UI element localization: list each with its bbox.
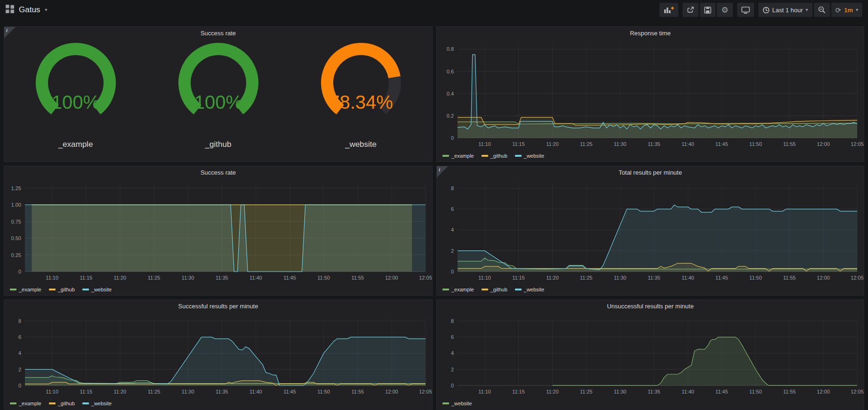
legend-item-_github[interactable]: _github — [482, 153, 507, 159]
y-tick-label: 8 — [451, 185, 454, 191]
legend-item-_website[interactable]: _website — [515, 153, 544, 159]
gauge-label: _website — [289, 140, 432, 149]
legend-swatch-icon — [82, 402, 89, 404]
tv-mode-button[interactable] — [737, 3, 754, 17]
info-icon[interactable]: i — [437, 166, 448, 177]
panel-title[interactable]: Successful results per minute — [4, 300, 432, 313]
x-tick-label: 11:55 — [783, 389, 796, 394]
legend-swatch-icon — [515, 155, 522, 157]
y-tick-label: 0 — [451, 383, 454, 388]
zoom-out-button[interactable] — [814, 3, 830, 17]
panel-title[interactable]: Success rate — [4, 27, 432, 40]
x-tick-label: 11:55 — [783, 275, 796, 281]
gauge-row: 100% _example 100% _github 78.34% _websi… — [4, 27, 432, 149]
x-tick-label: 11:10 — [46, 275, 58, 281]
x-tick-label: 11:20 — [114, 389, 127, 394]
legend-label: _github — [58, 287, 75, 292]
y-tick-label: 6 — [451, 334, 454, 340]
legend-item-_website[interactable]: _website — [82, 401, 112, 406]
legend-swatch-icon — [482, 155, 488, 157]
legend-item-_example[interactable]: _example — [442, 287, 474, 292]
x-tick-label: 11:15 — [80, 389, 92, 394]
x-tick-label: 11:45 — [715, 389, 728, 394]
refresh-interval-label: 1m — [844, 7, 853, 14]
legend-swatch-icon — [515, 289, 522, 290]
gear-icon: ⚙ — [721, 6, 728, 14]
chart-svg[interactable]: 0246811:1011:1511:2011:2511:3011:3511:40… — [4, 300, 432, 409]
legend-swatch-icon — [10, 402, 16, 404]
chart-svg[interactable]: 0246811:1011:1511:2011:2511:3011:3511:40… — [437, 166, 864, 295]
add-panel-icon — [664, 6, 674, 14]
x-tick-label: 12:00 — [385, 275, 398, 281]
x-tick-label: 11:30 — [614, 389, 627, 394]
panel-success-rate-timeseries: Success rate 00.250.500.751.001.2511:101… — [4, 166, 433, 296]
legend-item-_example[interactable]: _example — [10, 401, 41, 406]
legend-label: _example — [451, 287, 474, 292]
chart-success-rate[interactable]: 00.250.500.751.001.2511:1011:1511:2011:2… — [4, 166, 432, 295]
chart-successful-results[interactable]: 0246811:1011:1511:2011:2511:3011:3511:40… — [4, 300, 432, 409]
legend-swatch-icon — [82, 289, 89, 290]
x-tick-label: 12:05 — [419, 389, 432, 394]
chart-svg[interactable]: 00.250.500.751.001.2511:1011:1511:2011:2… — [4, 166, 432, 295]
y-tick-label: 6 — [451, 206, 454, 212]
x-tick-label: 11:50 — [749, 275, 762, 281]
panel-title[interactable]: Response time — [437, 27, 864, 40]
dashboard-grid-icon[interactable] — [6, 5, 14, 15]
series-fill-_website — [25, 205, 426, 272]
tv-icon — [741, 7, 750, 14]
x-tick-label: 12:05 — [851, 275, 864, 281]
x-tick-label: 11:15 — [80, 275, 92, 281]
legend-item-_website[interactable]: _website — [442, 401, 472, 406]
legend-item-_github[interactable]: _github — [49, 287, 75, 292]
save-button[interactable] — [700, 3, 715, 17]
y-tick-label: 6 — [18, 334, 21, 340]
legend-item-_github[interactable]: _github — [49, 401, 75, 406]
y-tick-label: 8 — [18, 318, 21, 324]
legend-item-_github[interactable]: _github — [482, 287, 507, 292]
legend-label: _website — [524, 153, 544, 159]
settings-button[interactable]: ⚙ — [717, 3, 732, 17]
y-tick-label: 0.75 — [11, 219, 21, 225]
legend-item-_website[interactable]: _website — [515, 287, 544, 292]
gauge-example[interactable]: 100% _example — [4, 40, 147, 149]
panel-title[interactable]: Total results per minute — [437, 166, 864, 179]
panel-title[interactable]: Unsuccessful results per minute — [437, 300, 864, 313]
legend-item-_website[interactable]: _website — [82, 287, 112, 292]
x-tick-label: 12:05 — [419, 275, 432, 281]
x-tick-label: 11:40 — [249, 275, 262, 281]
x-tick-label: 11:55 — [783, 141, 796, 147]
panel-success-rate-gauges: i Success rate 100% _example 100% _githu… — [4, 26, 433, 162]
chart-total-results[interactable]: 0246811:1011:1511:2011:2511:3011:3511:40… — [437, 166, 864, 295]
dashboard-title[interactable]: Gatus — [19, 5, 40, 15]
panel-title[interactable]: Success rate — [4, 166, 432, 179]
info-icon[interactable]: i — [4, 27, 16, 38]
time-range-picker[interactable]: Last 1 hour ▾ — [758, 3, 812, 17]
legend-item-_example[interactable]: _example — [442, 153, 474, 159]
panel-response-time: Response time 00.20.40.60.811:1011:1511:… — [436, 26, 864, 162]
add-panel-button[interactable] — [659, 3, 678, 17]
y-tick-label: 4 — [18, 350, 21, 356]
chart-svg[interactable]: 0246811:1011:1511:2011:2511:3011:3511:40… — [437, 300, 864, 409]
legend-label: _example — [19, 287, 41, 292]
x-tick-label: 12:00 — [817, 141, 830, 147]
x-tick-label: 11:20 — [114, 275, 127, 281]
gauge-github[interactable]: 100% _github — [147, 40, 289, 149]
chart-response-time[interactable]: 00.20.40.60.811:1011:1511:2011:2511:3011… — [437, 27, 864, 161]
x-tick-label: 11:25 — [580, 275, 593, 281]
x-tick-label: 11:50 — [749, 141, 762, 147]
chart-svg[interactable]: 00.20.40.60.811:1011:1511:2011:2511:3011… — [437, 27, 864, 161]
legend-item-_example[interactable]: _example — [10, 287, 41, 292]
legend: _example_github_website — [10, 401, 112, 406]
chevron-down-icon[interactable]: ▾ — [45, 8, 47, 12]
refresh-picker[interactable]: ⟳ 1m ▾ — [831, 3, 862, 17]
gauge-website[interactable]: 78.34% _website — [289, 40, 432, 149]
y-tick-label: 0.4 — [447, 91, 454, 96]
gauge-label: _github — [147, 140, 289, 149]
legend-label: _github — [490, 287, 507, 292]
chevron-down-icon: ▾ — [806, 8, 808, 12]
x-tick-label: 11:25 — [148, 275, 161, 281]
x-tick-label: 11:15 — [512, 389, 525, 394]
refresh-icon: ⟳ — [836, 7, 842, 14]
chart-unsuccessful-results[interactable]: 0246811:1011:1511:2011:2511:3011:3511:40… — [437, 300, 864, 409]
share-button[interactable] — [683, 3, 699, 17]
